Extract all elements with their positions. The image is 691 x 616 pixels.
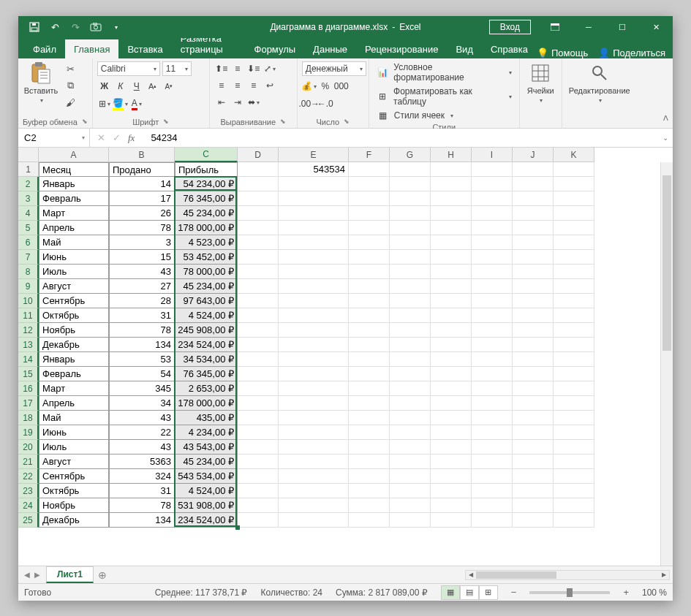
cell-C1[interactable]: Прибыль <box>175 162 238 177</box>
row-header-1[interactable]: 1 <box>18 162 39 177</box>
cell-G22[interactable] <box>390 469 431 484</box>
cell-B5[interactable]: 78 <box>109 221 175 235</box>
cell-J23[interactable] <box>513 484 554 498</box>
cell-C19[interactable]: 4 234,00 ₽ <box>175 425 238 440</box>
cell-C11[interactable]: 4 524,00 ₽ <box>175 308 238 323</box>
cell-K1[interactable] <box>554 162 594 177</box>
number-format-select[interactable]: Денежный▾ <box>302 61 366 76</box>
cell-B14[interactable]: 53 <box>109 352 175 367</box>
cell-I23[interactable] <box>472 484 513 498</box>
cell-J24[interactable] <box>513 498 554 513</box>
cell-C18[interactable]: 435,00 ₽ <box>175 411 238 425</box>
cell-G10[interactable] <box>390 294 431 308</box>
conditional-formatting-button[interactable]: 📊 Условное форматирование▾ <box>374 61 515 83</box>
cell-K7[interactable] <box>554 250 594 265</box>
zoom-level[interactable]: 100 % <box>642 588 667 598</box>
align-bottom-icon[interactable]: ⬇≡ <box>246 61 261 76</box>
cell-A22[interactable]: Сентябрь <box>39 469 109 484</box>
cell-H1[interactable] <box>431 162 472 177</box>
view-page-layout-icon[interactable]: ▤ <box>460 585 479 600</box>
cell-F11[interactable] <box>349 308 390 323</box>
cell-I2[interactable] <box>472 177 513 191</box>
row-header-3[interactable]: 3 <box>18 191 39 206</box>
cell-I9[interactable] <box>472 279 513 294</box>
row-header-14[interactable]: 14 <box>18 352 39 367</box>
cell-I25[interactable] <box>472 513 513 528</box>
sheet-tab-active[interactable]: Лист1 <box>46 566 94 583</box>
cell-B24[interactable]: 78 <box>109 498 175 513</box>
cell-G15[interactable] <box>390 367 431 381</box>
cell-D24[interactable] <box>238 498 279 513</box>
cell-D7[interactable] <box>238 250 279 265</box>
cell-D8[interactable] <box>238 265 279 279</box>
cell-G25[interactable] <box>390 513 431 528</box>
cell-F9[interactable] <box>349 279 390 294</box>
cell-F24[interactable] <box>349 498 390 513</box>
cell-C15[interactable]: 76 345,00 ₽ <box>175 367 238 381</box>
enter-formula-icon[interactable]: ✓ <box>113 132 121 144</box>
fx-icon[interactable]: fx <box>128 132 140 144</box>
cell-H21[interactable] <box>431 455 472 469</box>
comma-icon[interactable]: 000 <box>334 79 349 94</box>
cell-B17[interactable]: 34 <box>109 396 175 411</box>
cell-H13[interactable] <box>431 338 472 352</box>
cell-B10[interactable]: 28 <box>109 294 175 308</box>
column-header-B[interactable]: B <box>109 148 175 162</box>
row-header-18[interactable]: 18 <box>18 411 39 425</box>
select-all-corner[interactable] <box>18 148 39 162</box>
column-header-F[interactable]: F <box>349 148 390 162</box>
cell-J14[interactable] <box>513 352 554 367</box>
horizontal-scroll-thumb[interactable] <box>476 571 556 579</box>
cell-H10[interactable] <box>431 294 472 308</box>
cell-E4[interactable] <box>279 206 349 221</box>
cell-J6[interactable] <box>513 235 554 250</box>
decrease-decimal-icon[interactable]: ←.0 <box>318 96 333 111</box>
row-header-20[interactable]: 20 <box>18 440 39 455</box>
row-header-23[interactable]: 23 <box>18 484 39 498</box>
bold-button[interactable]: Ж <box>97 79 112 94</box>
cell-A2[interactable]: Январь <box>39 177 109 191</box>
cell-A9[interactable]: Август <box>39 279 109 294</box>
cell-H25[interactable] <box>431 513 472 528</box>
cell-K14[interactable] <box>554 352 594 367</box>
cell-F15[interactable] <box>349 367 390 381</box>
cell-F12[interactable] <box>349 323 390 338</box>
cell-C8[interactable]: 78 000,00 ₽ <box>175 265 238 279</box>
font-color-icon[interactable]: A▾ <box>129 96 144 111</box>
cell-A3[interactable]: Февраль <box>39 191 109 206</box>
column-header-D[interactable]: D <box>238 148 279 162</box>
cell-K16[interactable] <box>554 381 594 396</box>
cell-F17[interactable] <box>349 396 390 411</box>
cell-C17[interactable]: 178 000,00 ₽ <box>175 396 238 411</box>
cell-F1[interactable] <box>349 162 390 177</box>
row-header-17[interactable]: 17 <box>18 396 39 411</box>
cell-A8[interactable]: Июль <box>39 265 109 279</box>
cell-D15[interactable] <box>238 367 279 381</box>
cell-H19[interactable] <box>431 425 472 440</box>
cell-A11[interactable]: Октябрь <box>39 308 109 323</box>
cell-B25[interactable]: 134 <box>109 513 175 528</box>
row-header-9[interactable]: 9 <box>18 279 39 294</box>
cell-A23[interactable]: Октябрь <box>39 484 109 498</box>
cell-K9[interactable] <box>554 279 594 294</box>
cell-A24[interactable]: Ноябрь <box>39 498 109 513</box>
row-header-19[interactable]: 19 <box>18 425 39 440</box>
cell-D23[interactable] <box>238 484 279 498</box>
cell-D9[interactable] <box>238 279 279 294</box>
cell-E25[interactable] <box>279 513 349 528</box>
cells-button[interactable]: Ячейки▾ <box>524 61 557 104</box>
row-header-21[interactable]: 21 <box>18 455 39 469</box>
cell-I19[interactable] <box>472 425 513 440</box>
cell-D22[interactable] <box>238 469 279 484</box>
underline-button[interactable]: Ч <box>129 79 144 94</box>
expand-formula-icon[interactable]: ⌄ <box>658 134 673 142</box>
collapse-ribbon-icon[interactable]: ᐱ <box>663 114 668 122</box>
cell-J3[interactable] <box>513 191 554 206</box>
horizontal-scrollbar[interactable]: ◀ ▶ <box>465 570 670 580</box>
cell-K19[interactable] <box>554 425 594 440</box>
column-header-K[interactable]: K <box>554 148 594 162</box>
cell-D18[interactable] <box>238 411 279 425</box>
cell-B9[interactable]: 27 <box>109 279 175 294</box>
cell-H2[interactable] <box>431 177 472 191</box>
cell-E1[interactable]: 543534 <box>279 162 349 177</box>
